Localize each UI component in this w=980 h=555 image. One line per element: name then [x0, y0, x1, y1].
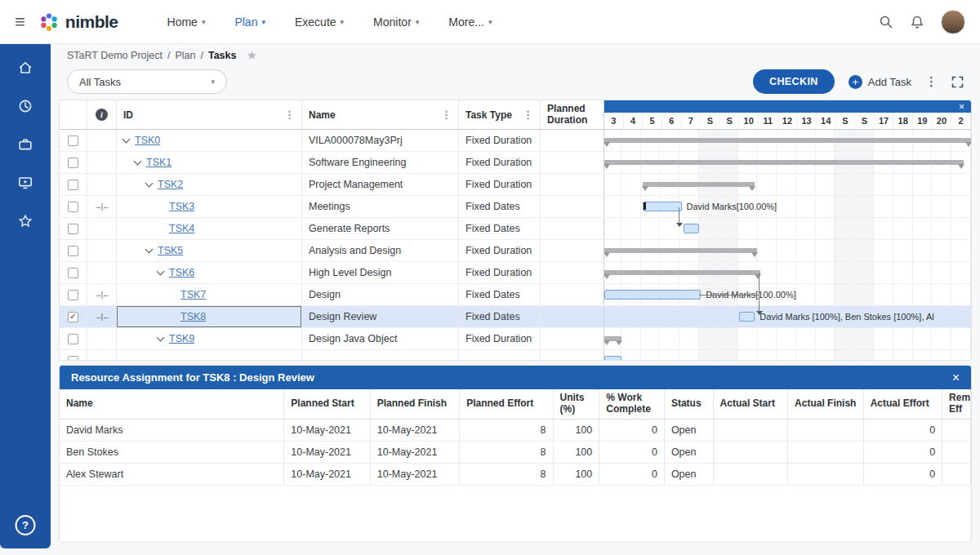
chevron-down-icon[interactable]: [157, 333, 165, 341]
gantt-cell: [604, 262, 971, 283]
task-id-link[interactable]: TSK7: [180, 289, 206, 300]
user-avatar[interactable]: [941, 10, 965, 34]
fullscreen-expand-icon[interactable]: [951, 76, 964, 88]
task-row[interactable]: TSK5Analysis and DesignFixed Duration: [60, 240, 971, 262]
task-bar[interactable]: [643, 202, 681, 211]
row-checkbox[interactable]: [68, 180, 78, 190]
search-icon[interactable]: [879, 15, 893, 29]
task-id-link[interactable]: TSK8: [180, 311, 206, 322]
task-id-link[interactable]: TSK6: [169, 267, 194, 278]
row-checkbox[interactable]: [68, 135, 78, 146]
sidebar-item-home[interactable]: [11, 56, 40, 80]
planned-duration-cell: [541, 328, 604, 349]
row-checkbox[interactable]: [68, 202, 78, 212]
nav-execute[interactable]: Execute▾: [295, 16, 344, 29]
task-bar[interactable]: [604, 290, 701, 300]
row-checkbox[interactable]: [68, 290, 78, 300]
task-id-link[interactable]: TSK1: [146, 157, 172, 168]
help-button[interactable]: ?: [16, 515, 36, 535]
sidebar-item-favorites[interactable]: [11, 209, 40, 233]
close-panel-icon[interactable]: ×: [952, 371, 960, 384]
breadcrumb-project[interactable]: STaRT Demo Project: [67, 50, 163, 61]
nav-monitor[interactable]: Monitor▾: [373, 16, 419, 29]
task-row[interactable]: TSK2Project ManagementFixed Duration: [60, 174, 971, 196]
summary-bar[interactable]: [643, 182, 755, 187]
task-id-link[interactable]: TSK5: [158, 245, 183, 256]
row-checkbox[interactable]: [68, 158, 78, 168]
resource-name-cell: Ben Stokes: [60, 442, 284, 463]
sidebar-item-execution[interactable]: [11, 171, 40, 195]
nav-more[interactable]: More...▾: [448, 16, 492, 29]
toolbar: All Tasks ▾ CHECKIN + Add Task ⋮: [59, 67, 972, 96]
task-id-link[interactable]: TSK9: [169, 333, 194, 344]
checkin-button[interactable]: CHECKIN: [753, 69, 835, 94]
task-filter-dropdown[interactable]: All Tasks ▾: [67, 69, 227, 94]
more-options-icon[interactable]: ⋮: [925, 74, 938, 89]
nav-plan[interactable]: Plan▾: [234, 16, 265, 29]
task-row[interactable]: →|←TSK3MeetingsFixed DatesDavid Marks[10…: [60, 196, 971, 218]
row-checkbox[interactable]: [68, 334, 78, 344]
chevron-down-icon[interactable]: [145, 245, 154, 253]
name-cell: Project Management: [302, 174, 459, 195]
breadcrumb-section[interactable]: Plan: [175, 50, 195, 61]
task-bar[interactable]: [604, 356, 621, 361]
id-column-header[interactable]: ID ⋮: [117, 100, 302, 129]
task-type-cell: Fixed Dates: [459, 218, 541, 239]
close-gantt-icon[interactable]: ×: [959, 102, 964, 112]
task-row[interactable]: [60, 350, 971, 361]
hamburger-menu-icon[interactable]: ≡: [15, 13, 25, 31]
planned-duration-column-header[interactable]: Planned Duration: [541, 100, 604, 129]
chevron-down-icon[interactable]: [145, 179, 154, 187]
sidebar-item-dashboard[interactable]: [11, 94, 40, 118]
summary-bar[interactable]: [604, 138, 971, 143]
task-bar[interactable]: [739, 312, 755, 322]
notifications-bell-icon[interactable]: [910, 15, 924, 29]
column-menu-icon[interactable]: ⋮: [284, 109, 295, 121]
row-checkbox[interactable]: [68, 268, 78, 278]
row-checkbox[interactable]: [68, 224, 78, 234]
task-id-link[interactable]: TSK4: [169, 223, 194, 234]
name-cell: Design Java Object: [302, 328, 459, 349]
resource-row[interactable]: Ben Stokes10-May-202110-May-202181000Ope…: [60, 442, 971, 464]
summary-bar[interactable]: [604, 248, 757, 253]
task-id-link[interactable]: TSK3: [169, 201, 194, 212]
resource-panel-title: Resource Assignment for TSK8 : Design Re…: [71, 371, 314, 384]
sidebar-item-projects[interactable]: [11, 132, 40, 157]
column-menu-icon[interactable]: ⋮: [441, 109, 452, 121]
resource-value-cell: 8: [460, 442, 553, 463]
summary-bar[interactable]: [604, 160, 964, 165]
chevron-down-icon: ▾: [211, 78, 215, 86]
task-row[interactable]: TSK0VILA000078May3PrjFixed Duration: [60, 130, 971, 152]
gantt-cell: [604, 174, 971, 195]
task-row[interactable]: ✓→|←TSK8Design ReviewFixed DatesDavid Ma…: [60, 306, 971, 328]
task-row[interactable]: TSK9Design Java ObjectFixed Duration: [60, 328, 971, 350]
planned-duration-cell: [541, 284, 604, 305]
column-menu-icon[interactable]: ⋮: [523, 109, 533, 121]
row-checkbox[interactable]: [68, 356, 78, 362]
add-task-button[interactable]: + Add Task: [849, 75, 911, 89]
planned-duration-cell: [541, 262, 604, 283]
task-id-link[interactable]: TSK2: [158, 179, 183, 190]
nav-home[interactable]: Home▾: [167, 16, 206, 29]
gantt-day-label: 14: [817, 113, 836, 129]
task-id-link[interactable]: TSK0: [135, 135, 160, 146]
summary-bar[interactable]: [604, 270, 760, 275]
chevron-down-icon[interactable]: [122, 135, 131, 143]
favorite-star-icon[interactable]: ★: [246, 48, 256, 63]
summary-bar[interactable]: [604, 336, 621, 341]
row-checkbox[interactable]: [68, 246, 78, 256]
task-bar[interactable]: [684, 224, 699, 233]
brand[interactable]: nimble: [38, 11, 118, 33]
task-row[interactable]: TSK4Generate ReportsFixed Dates: [60, 218, 971, 240]
task-row[interactable]: TSK6High Level DesignFixed Duration: [60, 262, 971, 284]
task-row[interactable]: TSK1Software EngineeringFixed Duration: [60, 152, 971, 174]
chevron-down-icon[interactable]: [134, 157, 142, 165]
chevron-down-icon[interactable]: [157, 267, 165, 275]
name-column-header[interactable]: Name ⋮: [302, 100, 459, 129]
resource-row[interactable]: Alex Stewart10-May-202110-May-202181000O…: [60, 464, 971, 486]
task-type-column-header[interactable]: Task Type ⋮: [459, 100, 541, 129]
task-row[interactable]: →|←TSK7DesignFixed DatesDavid Marks[100.…: [60, 284, 971, 306]
planned-duration-cell: [541, 174, 604, 195]
resource-row[interactable]: David Marks10-May-202110-May-202181000Op…: [60, 420, 971, 442]
row-checkbox[interactable]: ✓: [68, 312, 78, 322]
